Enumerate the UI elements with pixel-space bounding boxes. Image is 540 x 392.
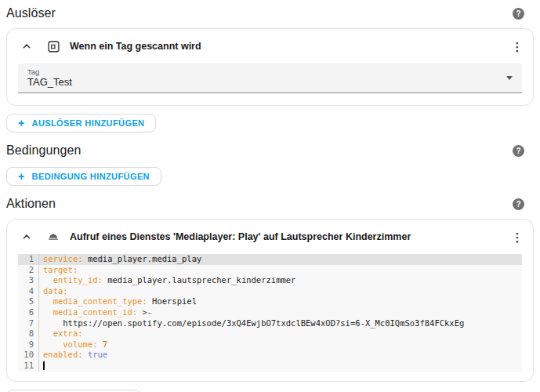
code-line-content: volume: 7 (39, 339, 522, 350)
code-line-content: enabled: true (39, 350, 522, 361)
line-number: 1 (18, 254, 39, 265)
dropdown-caret-icon (506, 76, 513, 80)
plus-icon: + (18, 118, 25, 129)
code-line-content: extra: (39, 328, 522, 339)
help-icon[interactable]: ? (513, 198, 524, 210)
line-number: 8 (18, 328, 39, 339)
tag-field-value: TAG_Test (27, 76, 72, 89)
code-line-content: target: (39, 265, 522, 276)
code-line-content: media_content_type: Hoerspiel (39, 296, 522, 307)
action-card: Aufruf eines Dienstes 'Mediaplayer: Play… (6, 219, 534, 382)
conditions-heading: Bedingungen (6, 143, 81, 158)
code-line[interactable]: 10enabled: true (18, 350, 522, 361)
action-card-title: Aufruf eines Dienstes 'Mediaplayer: Play… (70, 231, 509, 242)
trigger-card-title: Wenn ein Tag gescannt wird (70, 41, 509, 52)
triggers-heading: Auslöser (6, 6, 56, 20)
code-line[interactable]: 3 entity_id: media_player.lautsprecher_k… (18, 275, 522, 286)
code-line[interactable]: 11 (18, 361, 522, 372)
line-number: 9 (18, 339, 39, 350)
collapse-chevron-icon[interactable] (18, 38, 35, 55)
action-card-header: Aufruf eines Dienstes 'Mediaplayer: Play… (7, 220, 533, 251)
code-line[interactable]: 4data: (18, 286, 522, 297)
triggers-section-header: Auslöser ? (6, 5, 534, 22)
line-number: 11 (18, 361, 39, 372)
tag-field-label: Tag (27, 67, 72, 76)
line-number: 4 (18, 286, 39, 297)
line-number: 6 (18, 307, 39, 318)
add-condition-label: BEDINGUNG HINZUFÜGEN (32, 172, 150, 181)
code-line-content: entity_id: media_player.lautsprecher_kin… (39, 275, 522, 286)
add-action-button[interactable]: + AKTION HINZUFÜGEN (6, 390, 141, 392)
help-icon[interactable]: ? (513, 145, 524, 157)
line-number: 2 (18, 265, 39, 276)
code-line[interactable]: 6 media_content_id: >- (18, 307, 522, 318)
code-line[interactable]: 1service: media_player.media_play (18, 254, 522, 265)
overflow-menu-icon[interactable]: ⋮ (509, 231, 525, 243)
add-trigger-label: AUSLÖSER HINZUFÜGEN (32, 118, 145, 128)
code-line-content (39, 361, 522, 372)
text-cursor (43, 361, 45, 370)
tag-field-text: Tag TAG_Test (27, 67, 72, 89)
actions-section-header: Aktionen ? (6, 195, 534, 212)
help-icon[interactable]: ? (513, 8, 524, 20)
line-number: 7 (18, 318, 39, 329)
code-line-content: media_content_id: >- (39, 307, 522, 318)
code-line[interactable]: 2target: (18, 265, 522, 276)
line-number: 5 (18, 296, 39, 307)
conditions-section-header: Bedingungen ? (6, 142, 534, 159)
trigger-card-header: Wenn ein Tag gescannt wird ⋮ (7, 29, 533, 60)
overflow-menu-icon[interactable]: ⋮ (509, 41, 525, 53)
line-number: 10 (18, 350, 39, 361)
collapse-chevron-icon[interactable] (18, 228, 35, 245)
code-line-content: data: (39, 286, 522, 297)
service-bell-icon (45, 228, 62, 245)
code-line[interactable]: 7 https://open.spotify.com/episode/3xQ4E… (18, 318, 522, 329)
trigger-card: Wenn ein Tag gescannt wird ⋮ Tag TAG_Tes… (6, 28, 534, 106)
automation-editor-page: Auslöser ? Wenn ein Tag gescannt wird ⋮ … (0, 5, 540, 392)
yaml-editor[interactable]: 1service: media_player.media_play2target… (18, 254, 522, 372)
add-condition-button[interactable]: + BEDINGUNG HINZUFÜGEN (6, 167, 161, 186)
tag-select-field[interactable]: Tag TAG_Test (18, 64, 522, 93)
code-line[interactable]: 5 media_content_type: Hoerspiel (18, 296, 522, 307)
code-line[interactable]: 8 extra: (18, 328, 522, 339)
code-line-content: service: media_player.media_play (39, 254, 522, 265)
code-line[interactable]: 9 volume: 7 (18, 339, 522, 350)
plus-icon: + (18, 171, 25, 182)
line-number: 3 (18, 275, 39, 286)
code-line-content: https://open.spotify.com/episode/3xQ4Ewj… (39, 318, 522, 329)
actions-heading: Aktionen (6, 197, 56, 211)
tag-icon (45, 38, 62, 55)
add-trigger-button[interactable]: + AUSLÖSER HINZUFÜGEN (6, 114, 156, 132)
